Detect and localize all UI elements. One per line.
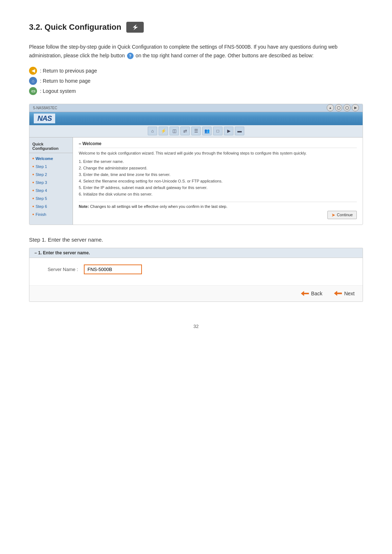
- nas-top-bar: ⌂ ⚡ ◫ ⇄ ☰ 👥 □ ▶ ▬: [29, 125, 363, 138]
- step1-heading: Step 1. Enter the server name.: [29, 237, 363, 243]
- nav-icon-home-btn[interactable]: ⌂: [148, 127, 157, 135]
- sidebar-item-step2[interactable]: Step 2: [29, 171, 73, 178]
- nav-icon-network-btn[interactable]: ⇄: [180, 127, 190, 135]
- corner-icon-3[interactable]: ◯: [343, 104, 351, 111]
- nav-icon-users-btn[interactable]: 👥: [202, 127, 212, 135]
- corner-icon-1[interactable]: ▲: [327, 104, 334, 111]
- step1-panel: – 1. Enter the server name. Server Name …: [29, 248, 363, 302]
- sidebar-item-step1[interactable]: Step 1: [29, 163, 73, 171]
- continue-arrow-icon: ➤: [331, 212, 335, 218]
- next-arrow-icon: [334, 291, 342, 296]
- sidebar-item-step4[interactable]: Step 4: [29, 186, 73, 194]
- back-button[interactable]: Back: [298, 289, 325, 298]
- nas-brand-logo: NAS: [34, 114, 55, 123]
- nas-step-5: 5. Enter the IP address, subnet mask and…: [79, 184, 357, 191]
- icon-list: ◀ : Return to previous page ⌂ : Return t…: [29, 67, 363, 95]
- step1-section: Step 1. Enter the server name. – 1. Ente…: [29, 237, 363, 302]
- nas-step-2: 2. Change the administrator password.: [79, 165, 357, 171]
- nas-step-list: 1. Enter the server name. 2. Change the …: [79, 158, 357, 197]
- nav-icon-storage-btn[interactable]: ◫: [170, 127, 179, 135]
- svg-marker-0: [133, 24, 138, 30]
- nav-icon-config-btn[interactable]: ⚡: [159, 127, 168, 135]
- intro-paragraph: Please follow the step-by-step guide in …: [29, 43, 341, 60]
- step1-form-row: Server Name :: [34, 264, 358, 274]
- corner-icon-2[interactable]: ◯: [335, 104, 342, 111]
- nas-continue-row: ➤ Continue: [79, 209, 357, 220]
- sidebar-item-welcome[interactable]: Welcome: [29, 155, 73, 163]
- nas-step-1: 1. Enter the server name.: [79, 158, 357, 165]
- nas-top-strip: 5-NAS8A57EC ▲ ◯ ◯ ▶: [29, 104, 363, 112]
- step1-panel-body: Server Name :: [29, 258, 363, 285]
- nas-main-content: – Welcome Welcome to the quick configura…: [73, 138, 363, 225]
- nav-icon-menu-btn[interactable]: ☰: [191, 127, 201, 135]
- nas-step-3: 3. Enter the date, time and time zone fo…: [79, 171, 357, 178]
- home-icon-item: ⌂ : Return to home page: [29, 77, 363, 85]
- home-nav-icon: ⌂: [29, 77, 37, 85]
- back-arrow-icon: [301, 291, 309, 296]
- nas-header: NAS: [29, 112, 363, 125]
- continue-button[interactable]: ➤ Continue: [327, 211, 357, 219]
- lightning-icon: [128, 24, 142, 31]
- nav-icon-apps-btn[interactable]: ▶: [224, 127, 233, 135]
- nas-device-id: 5-NAS8A57EC: [33, 106, 57, 110]
- logout-nav-icon: ▭: [29, 87, 37, 95]
- page-number: 32: [29, 324, 363, 329]
- nas-note: Note: Changes to all settings will be ef…: [79, 202, 357, 209]
- nas-content-title: – Welcome: [79, 141, 357, 148]
- nas-corner-icons: ▲ ◯ ◯ ▶: [327, 104, 359, 111]
- page-title-row: 3.2. Quick Configuration: [29, 22, 363, 33]
- nas-content-intro: Welcome to the quick configuration wizar…: [79, 151, 357, 155]
- sidebar-item-step6[interactable]: Step 6: [29, 202, 73, 210]
- help-icon-inline: ?: [127, 53, 134, 59]
- back-icon-item: ◀ : Return to previous page: [29, 67, 363, 75]
- step1-panel-footer: Back Next: [29, 285, 363, 301]
- next-button[interactable]: Next: [331, 289, 358, 298]
- page-title: 3.2. Quick Configuration: [29, 22, 121, 32]
- server-name-label: Server Name :: [34, 267, 78, 272]
- sidebar-item-step3[interactable]: Step 3: [29, 178, 73, 186]
- quick-config-icon-badge: [126, 22, 144, 33]
- nav-icon-folder-btn[interactable]: □: [213, 127, 222, 135]
- nas-sidebar-title: Quick Configuration: [29, 140, 73, 153]
- sidebar-item-step5[interactable]: Step 5: [29, 194, 73, 202]
- server-name-input[interactable]: [84, 264, 142, 274]
- corner-icon-4[interactable]: ▶: [352, 104, 359, 111]
- nas-sidebar: Quick Configuration Welcome Step 1 Step …: [29, 138, 73, 225]
- step1-panel-header: – 1. Enter the server name.: [29, 248, 363, 258]
- logout-icon-item: ▭ : Logout system: [29, 87, 363, 95]
- sidebar-item-finish[interactable]: Finish: [29, 210, 73, 218]
- nas-top-icons: ⌂ ⚡ ◫ ⇄ ☰ 👥 □ ▶ ▬: [148, 127, 244, 135]
- nas-step-6: 6. Initialize the disk volume on this se…: [79, 191, 357, 197]
- nas-body: Quick Configuration Welcome Step 1 Step …: [29, 138, 363, 225]
- nas-step-4: 4. Select the filename encoding setting …: [79, 178, 357, 184]
- nas-device-frame: 5-NAS8A57EC ▲ ◯ ◯ ▶ NAS ⌂ ⚡ ◫ ⇄ ☰ 👥 □ ▶ …: [29, 104, 363, 225]
- nav-icon-log-btn[interactable]: ▬: [235, 127, 244, 135]
- back-nav-icon: ◀: [29, 67, 37, 75]
